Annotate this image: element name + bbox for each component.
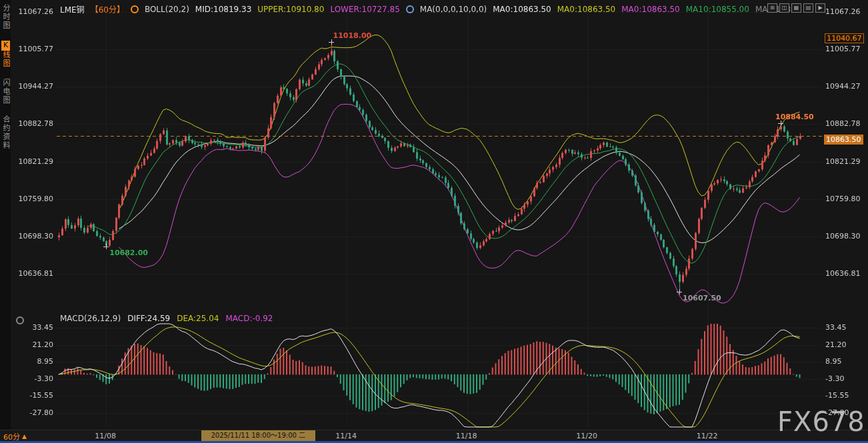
period-label: 60分 [3, 431, 20, 442]
price-tick-left: 10759.80 [16, 195, 53, 203]
alert-price-badge: 11040.67 [825, 33, 864, 43]
time-axis: 60分 ▲ 2025/11/11 18:00～19:00 二 11/0811/1… [0, 430, 868, 441]
boll-label: BOLL(20,2) [145, 5, 189, 14]
watermark: FX678 [777, 406, 865, 437]
ma0-value-1: MA0:10863.50 [493, 5, 551, 14]
price-tick-right: 10759.80 [825, 195, 865, 203]
macd-tick-left: -27.80 [16, 408, 53, 417]
macd-tick-left: 33.45 [16, 323, 53, 332]
price-tick-right: 10944.27 [825, 82, 865, 91]
period-selector[interactable]: 60分 ▲ [3, 431, 27, 442]
boll-mid: MID:10819.33 [195, 5, 251, 14]
date-tick: 11/22 [697, 432, 718, 440]
ma0-value-2: MA0:10863.50 [557, 5, 616, 14]
last-price-badge: 10863.50 [824, 135, 863, 145]
period-tag: 【60分】 [91, 3, 125, 15]
boll-upper: UPPER:10910.80 [257, 5, 324, 14]
window-controls: ⊞◫▦▤▶ [767, 3, 825, 13]
chart-canvas[interactable] [0, 0, 868, 443]
macd-hist-value: MACD:-0.92 [225, 314, 273, 323]
next-panel-icon[interactable]: ▶ [815, 3, 825, 13]
price-tick-right: 11067.26 [825, 7, 865, 16]
layout-rows-icon[interactable]: ▤ [803, 3, 813, 13]
add-window-icon[interactable]: ⊞ [767, 3, 777, 13]
date-tick: 11/20 [576, 432, 597, 440]
price-tick-right: 10882.78 [825, 119, 865, 128]
ma0-value-3: MA0:10863.50 [621, 5, 680, 14]
macd-settings-icon[interactable] [16, 316, 24, 324]
sidebar-item-3[interactable]: 合约资料 [1, 115, 10, 150]
macd-dea-value: DEA:25.04 [177, 314, 219, 323]
price-tick-left: 11067.26 [16, 7, 53, 16]
macd-tick-left: 8.95 [16, 357, 53, 366]
price-tick-left: 10944.27 [16, 82, 53, 91]
macd-tick-right: 8.95 [825, 357, 865, 366]
sidebar-item-0[interactable]: 分时图 [1, 4, 10, 30]
date-tick: 11/08 [95, 432, 116, 440]
price-tick-left: 11005.77 [16, 45, 53, 53]
price-tick-right: 10821.29 [825, 157, 865, 166]
date-tick: 11/14 [335, 432, 357, 440]
ma10-value: MA10:10855.00 [686, 5, 749, 14]
sidebar: 分时图K线图闪电图合约资料 [0, 0, 11, 430]
macd-tick-left: -15.55 [16, 391, 53, 400]
macd-tick-left: -3.30 [16, 374, 53, 383]
price-annotation: 10682.00 [109, 248, 148, 257]
layout-grid-icon[interactable]: ▦ [791, 3, 801, 13]
layout-split-icon[interactable]: ◫ [779, 3, 789, 13]
ma-label: MA(0,0,0,10,0,0) [420, 5, 487, 14]
indicator-legend: LME铜【60分】BOLL(20,2)MID:10819.33UPPER:109… [60, 3, 791, 15]
macd-tick-left: 21.20 [16, 340, 53, 349]
macd-diff-value: DIFF:24.59 [127, 314, 170, 323]
crosshair-time-label: 2025/11/11 18:00～19:00 二 [201, 430, 315, 441]
price-tick-left: 10821.29 [16, 157, 53, 166]
macd-label: MACD(26,12,9) [60, 314, 121, 323]
macd-tick-right: -15.55 [825, 391, 865, 400]
price-tick-right: 10698.30 [825, 232, 865, 240]
macd-legend: MACD(26,12,9)DIFF:24.59DEA:25.04MACD:-0.… [60, 314, 273, 323]
caret-up-icon: ▲ [22, 433, 27, 440]
sidebar-item-2[interactable]: 闪电图 [1, 79, 10, 105]
symbol-title: LME铜 [60, 3, 85, 15]
price-annotation: 10607.50 [683, 294, 721, 302]
ma-settings-icon[interactable] [406, 5, 414, 13]
price-annotation: 11018.00 [333, 31, 372, 40]
price-tick-left: 10882.78 [16, 119, 53, 128]
boll-lower: LOWER:10727.85 [330, 5, 399, 14]
price-annotation: 10884.50 [775, 113, 814, 121]
sidebar-item-1[interactable]: K线图 [1, 41, 10, 68]
trading-app: 分时图K线图闪电图合约资料 LME铜【60分】BOLL(20,2)MID:108… [0, 0, 868, 443]
macd-tick-right: 21.20 [825, 340, 865, 349]
price-tick-right: 10636.81 [825, 269, 865, 278]
boll-settings-icon[interactable] [131, 5, 139, 13]
macd-tick-right: -3.30 [825, 374, 865, 383]
macd-tick-right: 33.45 [825, 323, 865, 332]
price-tick-right: 11005.77 [825, 45, 865, 53]
price-tick-left: 10698.30 [16, 232, 53, 240]
price-tick-left: 10636.81 [16, 269, 53, 278]
date-tick: 11/18 [456, 432, 477, 440]
